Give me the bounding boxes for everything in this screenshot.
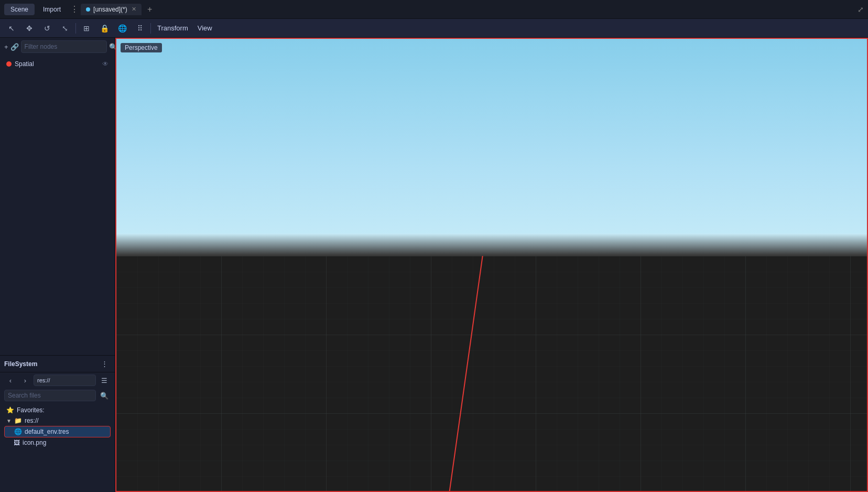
dots-icon: ⠿ [137, 24, 143, 33]
favorites-star-icon: ⭐ [6, 407, 14, 414]
scale-tool-button[interactable]: ⤡ [58, 21, 72, 36]
folder-icon: 📁 [14, 417, 22, 424]
filesystem-toolbar: ‹ › res:// ☰ [0, 372, 115, 388]
select-tool-button[interactable]: ↖ [4, 21, 19, 36]
filesystem-search-button[interactable]: 🔍 [98, 389, 111, 402]
viewport-perspective-label[interactable]: Perspective [121, 43, 162, 52]
fs-res-label: res:// [25, 417, 39, 424]
grid-svg [116, 256, 867, 491]
viewport[interactable]: Perspective [115, 38, 868, 492]
lock-icon: 🔒 [100, 24, 109, 33]
add-icon: + [4, 43, 8, 51]
move-tool-button[interactable]: ✥ [22, 21, 37, 36]
globe-icon: 🌐 [118, 24, 127, 33]
fs-back-button[interactable]: ‹ [4, 374, 17, 387]
filesystem-panel: FileSystem ⋮ ‹ › res:// ☰ [0, 356, 115, 492]
filesystem-tree: ⭐ Favorites: ▼ 📁 res:// 🌐 default_env.tr… [0, 403, 115, 492]
globe-button[interactable]: 🌐 [115, 21, 129, 36]
snap-button[interactable]: ⊞ [79, 21, 94, 36]
fs-forward-icon: › [24, 377, 26, 384]
import-tab[interactable]: Import [37, 4, 67, 15]
toolbar-separator-2 [150, 23, 151, 34]
scene-tab[interactable]: Scene [4, 4, 35, 15]
sky-background [116, 39, 867, 256]
ground-plane [116, 256, 867, 491]
tree-item-spatial[interactable]: Spatial 👁 [4, 59, 111, 69]
fs-favorites-item[interactable]: ⭐ Favorites: [4, 405, 111, 415]
viewport-canvas: Perspective [116, 39, 867, 491]
fs-path-bar[interactable]: res:// [34, 375, 96, 386]
spatial-dot-icon [6, 61, 12, 67]
viewport-perspective-text: Perspective [125, 44, 158, 51]
scene-tree: Spatial 👁 [0, 56, 115, 355]
filesystem-search-icon: 🔍 [100, 392, 108, 400]
filesystem-search-input[interactable] [4, 390, 96, 401]
filesystem-more-icon: ⋮ [101, 360, 108, 368]
fs-layout-icon: ☰ [101, 377, 107, 384]
left-panel: + 🔗 🔍 ⋮ Spatial 👁 [0, 38, 115, 492]
select-icon: ↖ [8, 24, 15, 33]
transform-label[interactable]: Transform [154, 23, 191, 33]
expand-icon[interactable]: ⤢ [858, 5, 864, 14]
filesystem-more-button[interactable]: ⋮ [98, 358, 111, 370]
link-icon: 🔗 [10, 43, 19, 51]
png-file-icon: 🖼 [14, 439, 20, 446]
top-bar: Scene Import ⋮ [unsaved](*) ✕ + ⤢ [0, 0, 868, 19]
add-node-button[interactable]: + [4, 40, 8, 53]
toolbar: ↖ ✥ ↺ ⤡ ⊞ 🔒 🌐 ⠿ Transform View [0, 19, 868, 38]
lock-button[interactable]: 🔒 [97, 21, 112, 36]
scene-import-tabs: Scene Import ⋮ [4, 4, 79, 15]
fs-expand-icon: ▼ [6, 418, 12, 424]
fs-back-icon: ‹ [9, 377, 12, 384]
toolbar-separator-1 [75, 23, 76, 34]
snap-icon: ⊞ [83, 24, 90, 33]
new-tab-button[interactable]: + [144, 3, 156, 16]
scene-panel: + 🔗 🔍 ⋮ Spatial 👁 [0, 38, 115, 356]
move-icon: ✥ [26, 24, 32, 33]
view-label[interactable]: View [194, 23, 215, 33]
rotate-icon: ↺ [44, 24, 50, 33]
scale-icon: ⤡ [62, 24, 68, 33]
visibility-icon[interactable]: 👁 [102, 60, 108, 68]
fs-icon-png-item[interactable]: 🖼 icon.png [4, 437, 111, 448]
fs-forward-button[interactable]: › [19, 374, 31, 387]
tab-label: [unsaved](*) [93, 6, 127, 13]
link-node-button[interactable]: 🔗 [10, 40, 19, 53]
file-tabs: [unsaved](*) ✕ + [81, 3, 156, 16]
fs-default-env-label: default_env.tres [25, 428, 69, 435]
filesystem-search-bar: 🔍 [0, 388, 115, 403]
top-bar-more-icon[interactable]: ⋮ [70, 4, 79, 14]
fs-path-text: res:// [37, 377, 50, 383]
scene-panel-toolbar: + 🔗 🔍 ⋮ [0, 38, 115, 56]
tab-close-icon[interactable]: ✕ [132, 6, 136, 13]
fs-layout-button[interactable]: ☰ [98, 374, 111, 387]
filter-nodes-input[interactable] [21, 40, 107, 53]
fs-default-env-item[interactable]: 🌐 default_env.tres [4, 426, 111, 437]
fs-favorites-label: Favorites: [17, 407, 45, 414]
main-content: + 🔗 🔍 ⋮ Spatial 👁 [0, 38, 868, 492]
svg-rect-1 [116, 256, 867, 491]
tree-item-label: Spatial [15, 60, 34, 68]
fs-icon-png-label: icon.png [23, 439, 46, 446]
fs-res-folder[interactable]: ▼ 📁 res:// [4, 415, 111, 426]
filesystem-title: FileSystem [4, 360, 96, 368]
dots-button[interactable]: ⠿ [133, 21, 147, 36]
active-file-tab[interactable]: [unsaved](*) ✕ [81, 4, 142, 15]
rotate-tool-button[interactable]: ↺ [40, 21, 55, 36]
filesystem-header: FileSystem ⋮ [0, 356, 115, 372]
tab-dot [86, 7, 90, 12]
env-file-icon: 🌐 [14, 428, 22, 435]
